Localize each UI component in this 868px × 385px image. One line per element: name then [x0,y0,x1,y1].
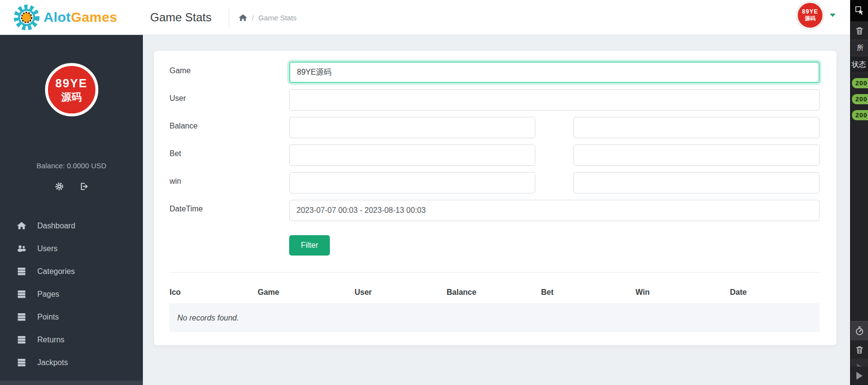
balance-max-input[interactable] [574,117,820,138]
server-icon [16,266,27,276]
results-table-header: Ico Game User Balance Bet Win Date [170,273,820,304]
panel-partial-label: 所 [851,40,868,56]
sidebar-item-jackpots[interactable]: Jackpots [0,351,143,374]
page: AlotGames Game Stats / Game Stats 89YE 源… [0,0,868,385]
filter-card: Game User Balance Bet [154,51,837,345]
home-icon [16,221,27,231]
col-date: Date [730,288,820,297]
avatar[interactable]: 89YE 源码 [796,1,824,29]
status-badge-list: 200 200 200 [851,73,868,120]
server-icon [16,335,27,345]
user-menu[interactable]: 89YE 源码 [796,1,836,29]
sidebar-avatar[interactable]: 89YE 源码 [45,63,98,116]
settings-gear-icon[interactable] [55,182,64,191]
app-logo[interactable]: AlotGames [14,4,117,31]
datetime-label: DateTime [170,200,289,221]
chevron-down-icon[interactable] [830,14,836,17]
win-max-input[interactable] [574,172,820,193]
win-label: win [170,172,289,193]
trash-icon [855,26,864,35]
status-badge[interactable]: 200 [852,110,868,120]
breadcrumb-home-icon[interactable] [238,13,248,22]
filter-button[interactable]: Filter [289,235,330,256]
status-badge[interactable]: 200 [852,94,868,104]
sidebar: 89YE 源码 Balance: 0.0000 USD [0,35,143,385]
app-name: AlotGames [44,10,117,25]
main-content: Game User Balance Bet [143,35,850,385]
win-min-input[interactable] [289,172,535,193]
server-icon [16,312,27,322]
server-icon [16,289,27,299]
clear-button[interactable] [851,21,868,40]
run-button[interactable] [851,367,868,385]
col-bet: Bet [541,288,636,297]
gear-logo-icon [14,4,40,31]
cursor-select-icon [854,5,865,16]
user-input[interactable] [289,89,820,111]
col-game: Game [258,288,355,297]
sidebar-item-returns[interactable]: Returns [0,328,143,351]
server-icon [16,357,27,368]
game-label: Game [170,62,289,83]
sidebar-item-points[interactable]: Points [0,305,143,328]
sidebar-item-categories[interactable]: Categories [0,260,143,283]
timer-button[interactable] [851,321,868,340]
users-icon [16,243,27,254]
element-picker-button[interactable] [851,0,868,21]
balance-text: Balance: 0.0000 USD [0,161,143,170]
empty-message: No records found. [177,314,239,322]
status-column-header: 状态 [851,56,868,73]
play-icon [856,372,863,380]
sidebar-active-item-partial[interactable] [0,381,143,385]
breadcrumb: / Game Stats [238,0,296,35]
sidebar-item-dashboard[interactable]: Dashboard [0,214,143,237]
user-label: User [170,89,289,111]
sidebar-item-pages[interactable]: Pages [0,283,143,305]
col-balance: Balance [447,288,541,297]
balance-label: Balance [170,117,289,138]
extension-side-panel: 所 状态 200 200 200 [850,0,868,385]
page-title: Game Stats [150,0,212,35]
bet-min-input[interactable] [289,144,535,166]
datetime-range-input[interactable] [289,200,820,221]
bet-max-input[interactable] [574,144,820,166]
play-partial-icon [851,359,868,367]
game-input[interactable] [289,62,820,83]
breadcrumb-current: Game Stats [258,14,296,22]
top-header: AlotGames Game Stats / Game Stats 89YE 源… [0,0,850,35]
col-user: User [355,288,447,297]
header-divider [229,8,229,27]
trash-icon [855,345,864,354]
col-win: Win [636,288,730,297]
delete-button[interactable] [851,340,868,359]
status-badge[interactable]: 200 [852,78,868,88]
sidebar-item-users[interactable]: Users [0,237,143,260]
empty-state-row: No records found. [170,304,820,332]
sidebar-menu: Dashboard Users Categories Pages Points … [0,214,143,385]
breadcrumb-separator: / [252,14,254,22]
logout-icon[interactable] [79,182,89,191]
balance-min-input[interactable] [289,117,535,138]
bet-label: Bet [170,144,289,166]
col-ico: Ico [170,288,258,297]
stopwatch-icon [854,326,865,336]
